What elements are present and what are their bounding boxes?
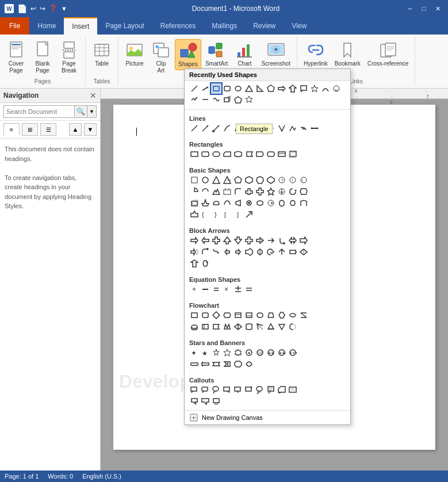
shape-rt-triangle[interactable] xyxy=(255,83,265,94)
shape-r2-4[interactable] xyxy=(222,94,232,105)
line-2[interactable] xyxy=(200,123,210,133)
bookmark-btn[interactable]: Bookmark xyxy=(332,39,363,69)
basic-2[interactable] xyxy=(200,175,210,185)
shape-pentagon[interactable] xyxy=(266,83,276,94)
ba-24[interactable] xyxy=(200,258,210,269)
star-2[interactable]: ★ xyxy=(200,347,210,358)
nav-tab-results[interactable]: ☰ xyxy=(40,123,56,136)
fc-10[interactable] xyxy=(288,310,298,320)
star-1[interactable]: ✦ xyxy=(189,347,200,358)
basic-30[interactable]: ☀ xyxy=(266,198,276,208)
ba-19[interactable] xyxy=(266,247,276,257)
basic-6[interactable] xyxy=(244,175,254,185)
tab-references[interactable]: References xyxy=(152,17,204,35)
ba-22[interactable] xyxy=(298,247,309,257)
co-3[interactable] xyxy=(211,385,221,395)
shape-rounded-rect[interactable] xyxy=(222,83,232,94)
tab-mailings[interactable]: Mailings xyxy=(204,17,245,35)
star-7[interactable]: 10 xyxy=(255,347,265,358)
rect-2[interactable] xyxy=(200,149,210,159)
undo-icon[interactable]: ↩ xyxy=(30,5,36,13)
fc-21[interactable] xyxy=(288,322,298,332)
star-3[interactable] xyxy=(211,347,221,358)
table-btn[interactable]: Table xyxy=(89,39,114,69)
basic-31[interactable] xyxy=(277,198,287,208)
basic-19[interactable] xyxy=(266,186,276,197)
co-7[interactable] xyxy=(255,385,265,395)
tab-review[interactable]: Review xyxy=(245,17,284,35)
shapes-btn[interactable]: Shapes xyxy=(175,39,201,70)
crossref-btn[interactable]: Cross-reference xyxy=(365,39,412,69)
rect-1[interactable] xyxy=(189,149,200,159)
picture-btn[interactable]: Picture xyxy=(122,39,147,69)
co-9[interactable] xyxy=(277,385,287,395)
nav-tab-pages[interactable]: ⊞ xyxy=(22,123,38,136)
co-13[interactable] xyxy=(211,396,221,407)
tab-home[interactable]: Home xyxy=(29,17,64,35)
co-5[interactable] xyxy=(233,385,243,395)
co-6[interactable] xyxy=(244,385,254,395)
basic-20[interactable] xyxy=(277,186,287,197)
rect-8[interactable] xyxy=(266,149,276,159)
shape-r-arrow[interactable] xyxy=(277,83,287,94)
new-drawing-canvas[interactable]: New Drawing Canvas xyxy=(185,410,350,424)
shape-smiley[interactable] xyxy=(331,83,342,94)
ba-8[interactable] xyxy=(266,235,276,246)
shape-r2-2[interactable] xyxy=(200,94,210,105)
eq-6[interactable] xyxy=(244,284,254,294)
ba-11[interactable] xyxy=(298,235,309,246)
fc-14[interactable] xyxy=(211,322,221,332)
ba-13[interactable] xyxy=(200,247,210,257)
ba-7[interactable] xyxy=(255,235,265,246)
help-icon[interactable]: ❓ xyxy=(49,5,58,13)
basic-12[interactable] xyxy=(189,186,200,197)
ba-14[interactable] xyxy=(211,247,221,257)
star-5[interactable] xyxy=(233,347,243,358)
rect-4[interactable] xyxy=(222,149,232,159)
ba-20[interactable] xyxy=(277,247,287,257)
rect-5[interactable] xyxy=(233,149,243,159)
basic-7[interactable] xyxy=(255,175,265,185)
basic-22[interactable] xyxy=(298,186,309,197)
ba-10[interactable] xyxy=(288,235,298,246)
ba-4[interactable] xyxy=(222,235,232,246)
star-6[interactable]: ★ xyxy=(244,347,254,358)
basic-24[interactable] xyxy=(200,198,210,208)
rect-6[interactable] xyxy=(244,149,254,159)
co-12[interactable] xyxy=(200,396,210,407)
ba-6[interactable] xyxy=(244,235,254,246)
basic-9[interactable]: ? xyxy=(277,175,287,185)
fc-8[interactable] xyxy=(266,310,276,320)
screenshot-btn[interactable]: Screenshot xyxy=(258,39,293,69)
clipart-btn[interactable]: ClipArt xyxy=(148,39,174,76)
co-10[interactable] xyxy=(288,385,298,395)
line-10[interactable] xyxy=(288,123,298,133)
banner-2[interactable] xyxy=(200,359,210,369)
shape-curved-line[interactable] xyxy=(320,83,331,94)
basic-4[interactable] xyxy=(222,175,232,185)
star-4[interactable] xyxy=(222,347,232,358)
line-11[interactable] xyxy=(298,123,309,133)
basic-8[interactable] xyxy=(266,175,276,185)
basic-1[interactable] xyxy=(189,175,200,185)
basic-5[interactable] xyxy=(233,175,243,185)
ba-17[interactable] xyxy=(244,247,254,257)
banner-4[interactable] xyxy=(222,359,232,369)
co-11[interactable] xyxy=(189,396,200,407)
banner-6[interactable] xyxy=(244,359,254,369)
fc-19[interactable] xyxy=(266,322,276,332)
basic-37[interactable]: [ xyxy=(222,209,232,220)
chart-btn[interactable]: Chart xyxy=(232,39,257,69)
shape-arrow-line[interactable] xyxy=(200,83,210,94)
basic-17[interactable] xyxy=(244,186,254,197)
hyperlink-btn[interactable]: Hyperlink xyxy=(301,39,331,69)
co-4[interactable] xyxy=(222,385,232,395)
eq-4[interactable]: × xyxy=(222,284,232,294)
shape-triangle[interactable] xyxy=(244,83,254,94)
fc-16[interactable] xyxy=(233,322,243,332)
ba-16[interactable] xyxy=(233,247,243,257)
fc-18[interactable] xyxy=(255,322,265,332)
search-dropdown-btn[interactable]: ▼ xyxy=(87,105,97,118)
basic-3[interactable] xyxy=(211,175,221,185)
fc-17[interactable] xyxy=(244,322,254,332)
